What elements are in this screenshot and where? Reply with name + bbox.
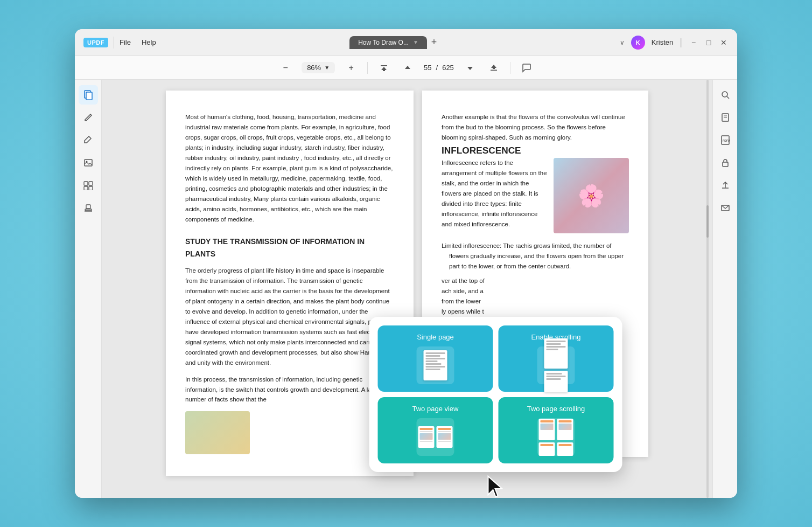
s-line-7 (547, 378, 561, 380)
active-tab[interactable]: How To Draw O... ▼ (349, 36, 427, 49)
ts-bar-2 (559, 420, 572, 422)
image-icon (83, 158, 93, 168)
scrollbar-thumb[interactable] (706, 205, 709, 238)
tab-title: How To Draw O... (358, 39, 409, 46)
partial-text-4: ly opens while t (442, 307, 629, 317)
tm-line-3 (438, 431, 451, 432)
sidebar-icon-image[interactable] (79, 153, 98, 172)
sidebar-icon-annotate[interactable] (79, 108, 98, 127)
right-icon-pdf[interactable]: PDF/A (716, 130, 735, 150)
zoom-level: 86% (307, 64, 321, 72)
partial-text-2: ach side, and a (442, 286, 629, 296)
sidebar-icon-pages[interactable] (79, 85, 98, 105)
comment-icon (522, 63, 531, 73)
organize-icon (83, 181, 93, 190)
ts-bar-1 (541, 420, 554, 422)
svg-line-12 (727, 96, 729, 99)
nav-top-button[interactable] (376, 60, 391, 75)
menu-file[interactable]: File (120, 38, 131, 46)
tm-line-2 (420, 441, 433, 442)
right-icon-lock[interactable] (716, 153, 735, 172)
cursor-area (369, 472, 622, 498)
sidebar-icon-stamp[interactable] (79, 198, 98, 218)
popup-card: Single page (369, 317, 622, 472)
share-icon (720, 181, 730, 190)
ts-page-1 (539, 419, 555, 440)
zoom-in-button[interactable]: + (344, 60, 359, 75)
enable-scrolling-option[interactable]: Enable scrolling (499, 325, 614, 392)
svg-rect-8 (85, 209, 92, 211)
two-scroll-row-2 (539, 442, 573, 456)
titlebar-chevron-icon[interactable]: ∨ (620, 39, 625, 46)
s-line-5 (547, 373, 562, 375)
paragraph-3: In this process, the transmission of inf… (185, 375, 394, 405)
close-button[interactable]: ✕ (719, 38, 729, 47)
two-scroll-preview (539, 419, 573, 456)
svg-rect-18 (723, 162, 728, 167)
svg-point-11 (722, 92, 727, 97)
s-line-6 (547, 376, 566, 377)
page-total: 625 (442, 64, 454, 72)
sidebar-icon-organize[interactable] (79, 176, 98, 195)
menu-help[interactable]: Help (142, 38, 156, 46)
pages-icon (83, 90, 93, 100)
comment-button[interactable] (519, 60, 534, 75)
single-page-icon (417, 346, 454, 384)
minimize-button[interactable]: − (689, 38, 698, 47)
tm-line-1 (420, 431, 433, 432)
nav-next-icon (466, 64, 474, 72)
tab-add-button[interactable]: + (431, 37, 437, 48)
tab-dropdown-icon[interactable]: ▼ (413, 39, 418, 45)
page-current[interactable]: 55 (424, 64, 431, 72)
nav-prev-button[interactable] (400, 60, 415, 75)
list-item-1: Limited inflorescence: The rachis grows … (442, 241, 629, 272)
zoom-out-icon: − (283, 63, 288, 73)
s-line-1 (547, 341, 566, 342)
main-window: UPDF File Help How To Draw O... ▼ + ∨ K … (75, 29, 737, 498)
vertical-scrollbar[interactable] (706, 80, 709, 498)
toolbar-sep-2 (510, 62, 510, 74)
ts-bar-4 (559, 444, 572, 446)
ts-page-2 (557, 419, 573, 440)
scrolling-preview (544, 338, 568, 392)
scroll-page-1 (544, 338, 568, 369)
zoom-out-button[interactable]: − (278, 60, 293, 75)
maximize-button[interactable]: □ (704, 38, 713, 47)
two-page-view-option[interactable]: Two page view (378, 397, 493, 463)
nav-bottom-button[interactable] (486, 60, 501, 75)
toolbar: − 86% ▼ + 55 / 625 (75, 56, 737, 80)
ts-page-4 (557, 442, 573, 456)
two-page-right (437, 426, 453, 448)
right-icon-mail[interactable] (716, 198, 735, 218)
stamp-icon (83, 203, 93, 213)
flower-bottom-image (185, 411, 250, 454)
nav-next-button[interactable] (463, 60, 478, 75)
s-line-2 (547, 343, 561, 345)
enable-scrolling-icon (537, 346, 575, 384)
svg-rect-9 (86, 205, 90, 209)
doc-area: Most of human's clothing, food, housing,… (102, 80, 712, 498)
right-icon-share[interactable] (716, 176, 735, 195)
right-icon-search[interactable] (716, 85, 735, 105)
nav-bottom-icon (489, 64, 498, 72)
scrollbar-track (706, 80, 709, 498)
pdf-icon: PDF/A (720, 135, 730, 145)
user-avatar: K (631, 36, 645, 50)
right-icon-bookmark[interactable] (716, 108, 735, 127)
svg-rect-4 (84, 182, 88, 185)
right-intro: Another example is that the flowers of t… (442, 112, 629, 143)
inflorescence-desc: Inflorescence refers to the arrangement … (442, 158, 547, 233)
two-page-scrolling-option[interactable]: Two page scrolling (499, 397, 614, 463)
single-page-option[interactable]: Single page (378, 325, 493, 392)
svg-rect-5 (89, 182, 93, 185)
two-page-view-label: Two page view (412, 405, 459, 413)
doc-scroll-area[interactable]: Most of human's clothing, food, housing,… (102, 80, 712, 498)
titlebar-separator: | (680, 37, 682, 48)
user-name: Kristen (652, 38, 673, 46)
zoom-dropdown-icon[interactable]: ▼ (324, 65, 330, 71)
sidebar-icon-edit[interactable] (79, 130, 98, 150)
tm-bar-1 (420, 428, 433, 430)
svg-rect-7 (89, 186, 93, 190)
paragraph-2: The orderly progress of plant life histo… (185, 266, 394, 368)
win-controls: − □ ✕ (689, 38, 729, 47)
